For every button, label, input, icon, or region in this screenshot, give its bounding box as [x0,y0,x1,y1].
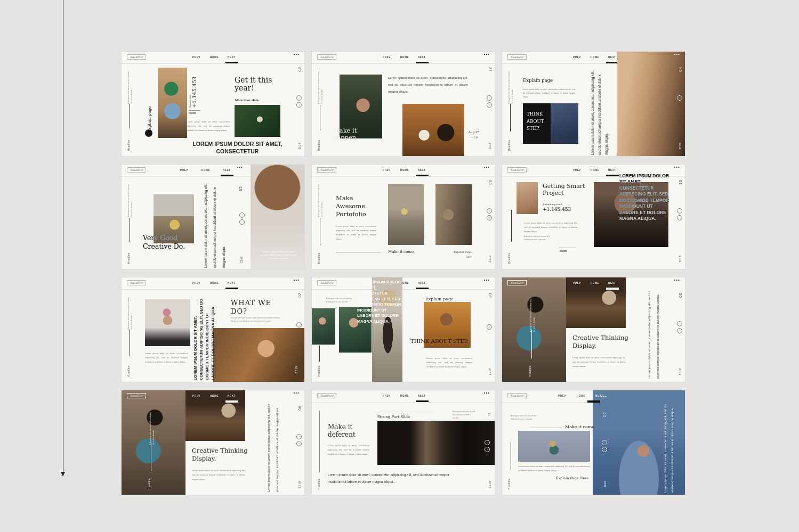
nav-prev[interactable]: PREV [573,169,581,171]
arrow-up-icon[interactable]: ↑ [487,208,492,214]
slide-title: Creative Thinking Display. [192,447,248,463]
menu-dots-icon[interactable]: ••• [601,395,607,398]
rail-icons[interactable]: ↑↓ [487,95,492,108]
nav-prev[interactable]: PREV [573,56,581,59]
nav-next[interactable]: NEXT [418,56,426,59]
rail-icons[interactable]: ↑↓ [677,321,682,333]
slide-05[interactable]: Saadlerr PREV HOME NEXT ••• A designer w… [312,165,495,269]
nav-prev[interactable]: PREV [573,282,581,284]
slide-logo: Saadlerr [127,167,146,173]
slide-03[interactable]: Saadlerr PREV HOME NEXT A designer who h… [502,52,685,156]
rail-icons[interactable]: ↑↓ [487,208,492,220]
nav-next[interactable]: NEXT [228,56,236,59]
slide-title: Get it this year! [235,76,284,92]
arrow-down-icon[interactable]: ↓ [296,102,302,108]
arrow-down-icon[interactable]: ↓ [677,95,682,101]
slide-10[interactable]: Saadlerr PREV HOME NEXT ••• A designer w… [122,390,304,495]
nav-next[interactable]: NEXT [608,56,616,59]
caption-right: Explain Page: Here [448,250,472,259]
arrow-down-icon[interactable]: ↓ [487,215,492,220]
nav-home[interactable]: HOME [400,56,409,59]
menu-dots-icon[interactable]: ••• [484,165,490,169]
nav-home[interactable]: HOME [591,282,599,284]
arrow-up-icon[interactable]: ↑ [677,208,682,214]
menu-dots-icon[interactable]: ••• [674,165,680,169]
rail-icons[interactable]: ↓ [677,95,682,101]
nav-home[interactable]: HOME [591,56,599,59]
rail-icons[interactable]: ↑↓ [602,440,607,452]
page-number: 07 [603,412,607,417]
nav-next[interactable]: NEXT [608,169,616,171]
arrow-down-icon[interactable]: ↓ [485,447,490,452]
nav-home[interactable]: HOME [400,395,409,397]
rail-icons[interactable]: ↑↓ [239,212,245,225]
nav-prev[interactable]: PREV [383,395,391,397]
menu-dots-icon[interactable]: ••• [484,52,490,56]
slide-09[interactable]: Saadlerr PREV HOME NEXT ••• A designer w… [502,277,685,382]
vertical-body-text: Lorem ipsum dolor sit amet, consectetur … [645,291,662,379]
arrow-down-icon[interactable]: ↓ [677,215,682,220]
nav-prev[interactable]: PREV [192,56,200,59]
nav-next[interactable]: NEXT [608,282,616,284]
slide-02[interactable]: Saadlerr PREV HOME NEXT ••• A designer w… [312,52,495,156]
arrow-up-icon[interactable]: ↑ [487,95,492,101]
arrow-down-icon[interactable]: ↓ [296,441,302,446]
arrow-up-icon[interactable]: ↑ [296,434,302,439]
nav-prev[interactable]: PREV [180,169,188,171]
nav-home[interactable]: HOME [400,169,409,171]
rail-icons[interactable]: ↑↓ [296,434,302,446]
nav-prev[interactable]: PREV [383,169,391,171]
nav-home[interactable]: HOME [577,395,585,397]
slide-12[interactable]: Saadlerr PREV HOME NEXT ••• 07 ↑↓ 2019 L… [502,390,685,495]
menu-dots-icon[interactable]: ••• [294,391,300,395]
arrow-down-icon[interactable]: ↓ [487,324,492,330]
nav-prev[interactable]: PREV [192,282,200,284]
nav-prev[interactable]: PREV [192,395,200,397]
nav-prev[interactable]: PREV [558,395,566,397]
menu-dots-icon[interactable]: ••• [484,278,490,282]
nav-home[interactable]: HOME [201,169,210,171]
menu-dots-icon[interactable]: ••• [484,391,490,395]
nav-next[interactable]: NEXT [418,282,426,284]
year-label: 2019 [298,481,301,488]
slide-06[interactable]: Saadlerr PREV HOME NEXT ••• Headline Get… [502,165,685,269]
nav-home[interactable]: HOME [210,282,219,284]
nav-home[interactable]: HOME [210,395,219,397]
slide-01[interactable]: Saadlerr PREV HOME NEXT ••• A designer w… [122,52,304,156]
arrow-up-icon[interactable]: ↑ [677,321,682,326]
rail-icons[interactable]: ↓ [296,322,302,328]
arrow-up-icon[interactable]: ↑ [239,212,245,218]
menu-dots-icon[interactable]: ••• [294,278,300,282]
arrow-up-icon[interactable]: ↑ [296,95,302,101]
body-text: Lorem ipsum dolor sit amet, consectetur … [518,465,590,473]
menu-dots-icon[interactable]: ••• [674,52,680,56]
nav-prev[interactable]: PREV [383,56,391,59]
nav-home[interactable]: HOME [210,56,219,59]
arrow-down-icon[interactable]: ↓ [602,447,607,452]
arrow-up-icon[interactable]: ↑ [602,440,607,445]
rail-icons[interactable]: ↑↓ [485,440,490,452]
nav-next[interactable]: NEXT [418,395,426,397]
nav-next[interactable]: NEXT [223,169,231,171]
arrow-down-icon[interactable]: ↓ [487,102,492,108]
rail-icons[interactable]: ↑↓ [677,208,682,220]
nav-next[interactable]: NEXT [418,169,426,171]
nav-home[interactable]: HOME [591,169,599,171]
slide-08[interactable]: Saadlerr HOME NEXT ••• A designer who ha… [312,277,495,382]
menu-dots-icon[interactable]: ••• [674,278,680,282]
slide-logo: Saadlerr [317,54,336,60]
rail-icons[interactable]: ↓ [487,324,492,330]
arrow-up-icon[interactable]: ↑ [485,440,490,445]
nav-next[interactable]: NEXT [228,282,236,284]
arrow-down-icon[interactable]: ↓ [296,322,302,328]
slide-07[interactable]: Saadlerr PREV HOME NEXT ••• A designer w… [122,277,304,382]
rail-icons[interactable]: ↑↓ [296,95,302,108]
menu-dots-icon[interactable]: ••• [237,165,243,169]
slide-04[interactable]: Saadlerr PREV HOME NEXT ••• A designer w… [122,165,304,269]
menu-dots-icon[interactable]: ••• [294,52,300,56]
slide-logo: Saadlerr [317,280,336,285]
nav-next[interactable]: NEXT [228,395,236,397]
arrow-down-icon[interactable]: ↓ [239,219,245,225]
arrow-down-icon[interactable]: ↓ [677,328,682,333]
slide-11[interactable]: Saadlerr PREV HOME NEXT ••• Headline Mak… [312,390,495,495]
